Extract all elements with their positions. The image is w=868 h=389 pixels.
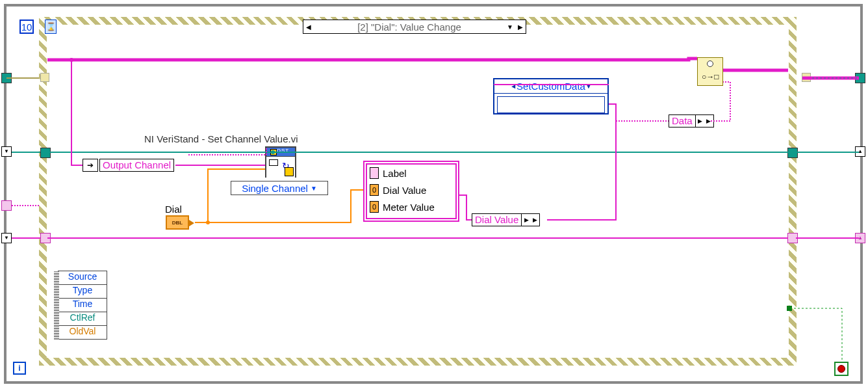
dial-dbl-terminal[interactable]: DBL — [166, 215, 189, 230]
cluster-item-dial: 0 Dial Value — [367, 181, 455, 198]
tunnel-outer-left-2 — [1, 200, 12, 211]
event-data-type: Type — [58, 284, 107, 299]
tunnel-loop-left-teal — [40, 148, 51, 158]
loop-condition-wire-node — [787, 306, 792, 311]
tunnel-loop-left-pink — [40, 233, 51, 243]
event-data-cluster[interactable]: Source Type Time CtlRef OldVal — [58, 271, 107, 340]
wait-timer-icon: ⌛ — [45, 20, 57, 34]
case-label: [2] "Dial": Value Change — [314, 21, 505, 33]
prev-case-icon[interactable]: ◀ — [303, 20, 314, 33]
dynamic-event-terminal — [40, 73, 49, 82]
tunnel-outer-right-1 — [855, 73, 865, 83]
tunnel-loop-right-pink — [787, 233, 798, 243]
dial-control-label: Dial — [165, 204, 182, 215]
ref-connector-icon: ○→□ — [702, 72, 719, 81]
set-channel-value-subvi[interactable]: V HOST ↻ — [265, 146, 296, 178]
reference-node[interactable]: ○→□ — [697, 57, 723, 86]
bundle-by-name-cluster[interactable]: Label 0 Dial Value 0 Meter Value — [363, 161, 459, 222]
ref-circle-icon — [707, 60, 713, 67]
data-terminal[interactable]: Data ▶▶ — [669, 114, 714, 127]
next-case-icon[interactable]: ▶ — [515, 23, 526, 31]
output-channel-label: Output Channel — [99, 159, 174, 172]
event-data-time: Time — [58, 298, 107, 312]
tunnel-outer-left-1 — [1, 73, 12, 83]
loop-stop-terminal[interactable] — [834, 362, 849, 376]
event-data-ctlref: CtlRef — [58, 312, 107, 326]
stop-icon — [837, 365, 845, 373]
shift-reg-left-down-2: ▼ — [1, 233, 12, 243]
numeric-type-icon: 0 — [370, 184, 379, 196]
wait-ms-constant[interactable]: 10 — [19, 20, 34, 34]
event-case-selector[interactable]: ◀ [2] "Dial": Value Change ▼ ▶ — [303, 20, 526, 34]
shift-reg-right-up: ▲ — [855, 146, 865, 157]
event-data-source: Source — [58, 271, 107, 285]
case-dropdown-icon[interactable]: ▼ — [505, 23, 515, 31]
invoke-method-name[interactable]: SetCustomData — [494, 79, 607, 94]
cluster-item-meter: 0 Meter Value — [367, 198, 455, 215]
tunnel-loop-right-teal — [787, 148, 798, 158]
dynamic-event-terminal-right — [802, 73, 811, 82]
polymorphic-selector[interactable]: Single Channel — [231, 181, 328, 195]
numeric-type-icon: 0 — [370, 201, 379, 213]
subvi-label: NI VeriStand - Set Channel Value.vi — [144, 133, 298, 144]
subvi-host-badge: V — [270, 149, 277, 155]
shift-reg-left-down: ▼ — [1, 146, 12, 157]
dial-value-unbundle[interactable]: Dial Value ▶▶ — [472, 213, 540, 226]
iteration-terminal: i — [13, 362, 26, 375]
invoke-setcustomdata[interactable]: SetCustomData — [493, 78, 609, 114]
invoke-data-input — [497, 96, 605, 113]
event-data-oldval: OldVal — [58, 325, 107, 340]
cluster-item-label: Label — [367, 165, 455, 181]
shift-reg-right-up-2: ▲ — [855, 233, 865, 243]
unbundle-arrow-icon: ➔ — [83, 159, 98, 172]
string-type-icon — [370, 167, 379, 179]
